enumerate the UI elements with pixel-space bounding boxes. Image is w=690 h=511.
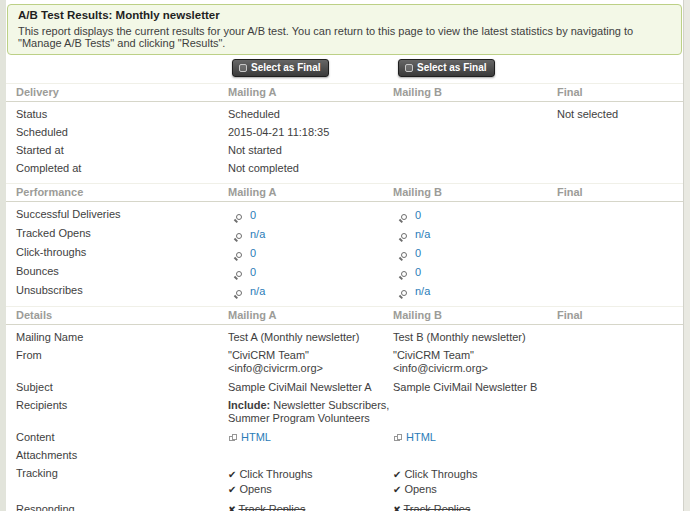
- tracked-opens-link-b[interactable]: n/a: [415, 228, 430, 240]
- unsubscribes-link-a[interactable]: n/a: [250, 285, 265, 297]
- started-value-a: Not started: [228, 144, 393, 156]
- check-icon: ✔: [228, 484, 236, 495]
- page-title: A/B Test Results: Monthly newsletter: [18, 9, 671, 22]
- column-header-final: Final: [557, 309, 683, 321]
- bounces-link-b[interactable]: 0: [415, 266, 421, 278]
- table-row-from: From "CiviCRM Team" <info@civicrm.org> "…: [6, 346, 683, 378]
- magnifier-icon[interactable]: [401, 233, 407, 239]
- cell-empty: [557, 349, 683, 375]
- table-row-successful-deliveries: Successful Deliveries 0 0: [6, 205, 683, 224]
- status-value-a: Scheduled: [228, 108, 393, 120]
- responding-disabled-item: Track Replies: [404, 503, 471, 511]
- column-header-final: Final: [557, 186, 683, 198]
- performance-section-header: Performance Mailing A Mailing B Final: [6, 183, 683, 202]
- table-row-tracked-opens: Tracked Opens n/a n/a: [6, 224, 683, 243]
- row-label: Unsubscribes: [6, 284, 228, 297]
- subject-a: Sample CiviMail Newsletter A: [228, 381, 393, 393]
- completed-value-a: Not completed: [228, 162, 393, 174]
- subject-b: Sample CiviMail Newsletter B: [393, 381, 557, 393]
- tracked-opens-link-a[interactable]: n/a: [250, 228, 265, 240]
- select-as-final-button-b[interactable]: Select as Final: [398, 59, 495, 77]
- click-throughs-link-a[interactable]: 0: [250, 247, 256, 259]
- magnifier-icon[interactable]: [401, 214, 407, 220]
- from-b-name: "CiviCRM Team": [393, 349, 557, 362]
- magnifier-icon[interactable]: [236, 252, 242, 258]
- recipients-a: Include: Newsletter Subscribers, Summer …: [228, 399, 393, 425]
- cell-empty: [557, 265, 683, 278]
- ab-test-results-page: A/B Test Results: Monthly newsletter Thi…: [6, 0, 683, 511]
- table-row-started-at: Started at Not started: [6, 141, 683, 159]
- row-label: Mailing Name: [6, 331, 228, 343]
- row-label: Content: [6, 431, 228, 443]
- magnifier-icon[interactable]: [401, 290, 407, 296]
- column-header-mailing-a: Mailing A: [228, 86, 393, 98]
- cross-icon: ✘: [393, 505, 401, 511]
- magnifier-icon[interactable]: [236, 233, 242, 239]
- select-as-final-button-a[interactable]: Select as Final: [232, 59, 329, 77]
- magnifier-icon[interactable]: [236, 214, 242, 220]
- row-label: Tracked Opens: [6, 227, 228, 240]
- magnifier-icon[interactable]: [401, 252, 407, 258]
- help-description: This report displays the current results…: [18, 25, 671, 49]
- table-row-mailing-name: Mailing Name Test A (Monthly newsletter)…: [6, 328, 683, 346]
- successful-deliveries-link-a[interactable]: 0: [250, 209, 256, 221]
- bounces-link-a[interactable]: 0: [250, 266, 256, 278]
- tracking-a: ✔Click Throughs ✔Opens: [228, 467, 393, 497]
- click-throughs-link-b[interactable]: 0: [415, 247, 421, 259]
- tracking-item: Opens: [404, 483, 436, 495]
- unsubscribes-link-b[interactable]: n/a: [415, 285, 430, 297]
- row-label: Started at: [6, 144, 228, 156]
- from-b-email: <info@civicrm.org>: [393, 362, 557, 375]
- vertical-scrollbar[interactable]: [683, 0, 690, 511]
- buttons-row: Select as Final Select as Final: [6, 59, 683, 77]
- cell-empty: [393, 162, 557, 174]
- section-title-details: Details: [6, 309, 228, 321]
- select-as-final-label-a: Select as Final: [251, 62, 320, 73]
- from-a-name: "CiviCRM Team": [228, 349, 393, 362]
- cell-empty: [393, 399, 557, 425]
- row-label: Click-throughs: [6, 246, 228, 259]
- cell-empty: [393, 126, 557, 138]
- tracking-item: Opens: [239, 483, 271, 495]
- mailing-name-a: Test A (Monthly newsletter): [228, 331, 393, 343]
- cell-empty: [557, 227, 683, 240]
- magnifier-icon[interactable]: [401, 271, 407, 277]
- table-row-recipients: Recipients Include: Newsletter Subscribe…: [6, 396, 683, 428]
- row-label: Recipients: [6, 399, 228, 425]
- cell-empty: [557, 503, 683, 511]
- envelope-icon: [239, 64, 247, 72]
- check-icon: ✔: [393, 484, 401, 495]
- status-value-final: Not selected: [557, 108, 683, 120]
- magnifier-icon[interactable]: [236, 271, 242, 277]
- row-label: Status: [6, 108, 228, 120]
- table-row-status: Status Scheduled Not selected: [6, 105, 683, 123]
- row-label: Scheduled: [6, 126, 228, 138]
- content-html-link-b[interactable]: HTML: [406, 431, 436, 443]
- cell-empty: [557, 381, 683, 393]
- tracking-item: Click Throughs: [239, 468, 312, 480]
- help-box: A/B Test Results: Monthly newsletter Thi…: [7, 4, 682, 55]
- row-label: Responding: [6, 503, 228, 511]
- content-html-link-a[interactable]: HTML: [241, 431, 271, 443]
- cell-empty: [557, 449, 683, 461]
- column-header-mailing-a: Mailing A: [228, 309, 393, 321]
- table-row-subject: Subject Sample CiviMail Newsletter A Sam…: [6, 378, 683, 396]
- table-row-scheduled: Scheduled 2015-04-21 11:18:35: [6, 123, 683, 141]
- row-label: Completed at: [6, 162, 228, 174]
- responding-b: ✘Track Replies ✘Forward Replies Opt-out: [393, 503, 557, 511]
- responding-a: ✘Track Replies ✘Forward Replies Opt-out: [228, 503, 393, 511]
- delivery-section: Delivery Mailing A Mailing B Final Statu…: [6, 83, 683, 177]
- cell-empty: [557, 208, 683, 221]
- row-label: Successful Deliveries: [6, 208, 228, 221]
- magnifier-icon[interactable]: [236, 290, 242, 296]
- column-header-mailing-b: Mailing B: [393, 186, 557, 198]
- successful-deliveries-link-b[interactable]: 0: [415, 209, 421, 221]
- cell-empty: [557, 284, 683, 297]
- cell-empty: [557, 144, 683, 156]
- row-label: From: [6, 349, 228, 375]
- status-value-b: [393, 108, 557, 120]
- cell-empty: [557, 246, 683, 259]
- table-row-tracking: Tracking ✔Click Throughs ✔Opens ✔Click T…: [6, 464, 683, 500]
- column-header-mailing-b: Mailing B: [393, 86, 557, 98]
- table-row-content: Content HTML HTML: [6, 428, 683, 446]
